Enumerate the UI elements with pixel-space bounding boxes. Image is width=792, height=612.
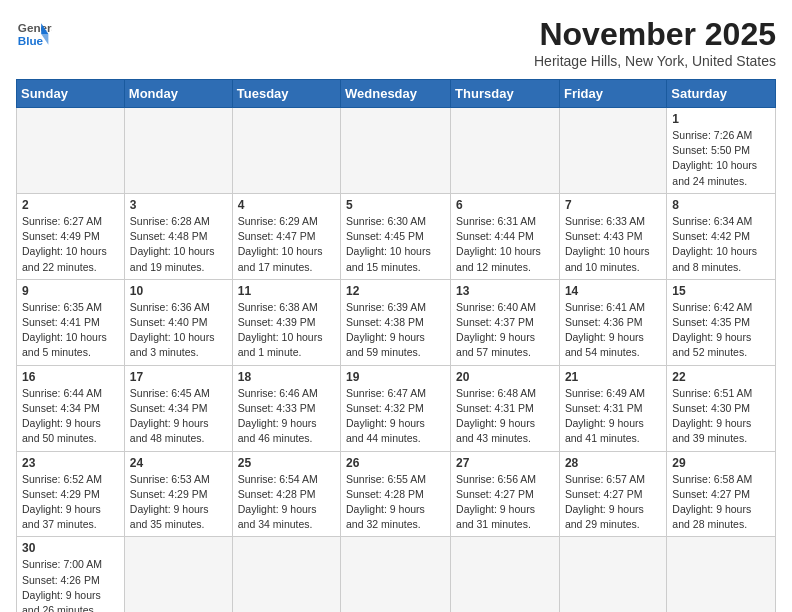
- month-title: November 2025: [534, 16, 776, 53]
- day-info: Sunrise: 6:39 AM Sunset: 4:38 PM Dayligh…: [346, 300, 445, 361]
- day-info: Sunrise: 6:29 AM Sunset: 4:47 PM Dayligh…: [238, 214, 335, 275]
- day-info: Sunrise: 6:31 AM Sunset: 4:44 PM Dayligh…: [456, 214, 554, 275]
- day-info: Sunrise: 7:00 AM Sunset: 4:26 PM Dayligh…: [22, 557, 119, 612]
- calendar-cell: [559, 537, 666, 612]
- col-header-saturday: Saturday: [667, 80, 776, 108]
- calendar-cell: 3Sunrise: 6:28 AM Sunset: 4:48 PM Daylig…: [124, 193, 232, 279]
- day-number: 23: [22, 456, 119, 470]
- logo: General Blue: [16, 16, 52, 52]
- day-info: Sunrise: 6:45 AM Sunset: 4:34 PM Dayligh…: [130, 386, 227, 447]
- day-number: 25: [238, 456, 335, 470]
- col-header-tuesday: Tuesday: [232, 80, 340, 108]
- calendar-cell: 4Sunrise: 6:29 AM Sunset: 4:47 PM Daylig…: [232, 193, 340, 279]
- calendar-cell: 19Sunrise: 6:47 AM Sunset: 4:32 PM Dayli…: [341, 365, 451, 451]
- calendar-cell: [451, 108, 560, 194]
- calendar-cell: [559, 108, 666, 194]
- day-info: Sunrise: 6:30 AM Sunset: 4:45 PM Dayligh…: [346, 214, 445, 275]
- day-number: 9: [22, 284, 119, 298]
- calendar-cell: 24Sunrise: 6:53 AM Sunset: 4:29 PM Dayli…: [124, 451, 232, 537]
- day-number: 24: [130, 456, 227, 470]
- day-number: 11: [238, 284, 335, 298]
- calendar-cell: [341, 108, 451, 194]
- day-number: 7: [565, 198, 661, 212]
- calendar-cell: [451, 537, 560, 612]
- col-header-thursday: Thursday: [451, 80, 560, 108]
- day-info: Sunrise: 6:44 AM Sunset: 4:34 PM Dayligh…: [22, 386, 119, 447]
- calendar-cell: 14Sunrise: 6:41 AM Sunset: 4:36 PM Dayli…: [559, 279, 666, 365]
- col-header-wednesday: Wednesday: [341, 80, 451, 108]
- calendar-cell: 16Sunrise: 6:44 AM Sunset: 4:34 PM Dayli…: [17, 365, 125, 451]
- col-header-monday: Monday: [124, 80, 232, 108]
- day-info: Sunrise: 6:52 AM Sunset: 4:29 PM Dayligh…: [22, 472, 119, 533]
- header: General Blue November 2025 Heritage Hill…: [16, 16, 776, 69]
- day-number: 28: [565, 456, 661, 470]
- day-info: Sunrise: 6:38 AM Sunset: 4:39 PM Dayligh…: [238, 300, 335, 361]
- calendar-cell: 18Sunrise: 6:46 AM Sunset: 4:33 PM Dayli…: [232, 365, 340, 451]
- calendar-cell: 1Sunrise: 7:26 AM Sunset: 5:50 PM Daylig…: [667, 108, 776, 194]
- calendar-week-row: 1Sunrise: 7:26 AM Sunset: 5:50 PM Daylig…: [17, 108, 776, 194]
- title-area: November 2025 Heritage Hills, New York, …: [534, 16, 776, 69]
- calendar-cell: 20Sunrise: 6:48 AM Sunset: 4:31 PM Dayli…: [451, 365, 560, 451]
- calendar-cell: 9Sunrise: 6:35 AM Sunset: 4:41 PM Daylig…: [17, 279, 125, 365]
- calendar-cell: [17, 108, 125, 194]
- day-info: Sunrise: 6:47 AM Sunset: 4:32 PM Dayligh…: [346, 386, 445, 447]
- day-number: 18: [238, 370, 335, 384]
- day-number: 27: [456, 456, 554, 470]
- calendar-cell: [124, 108, 232, 194]
- day-info: Sunrise: 6:51 AM Sunset: 4:30 PM Dayligh…: [672, 386, 770, 447]
- day-info: Sunrise: 6:54 AM Sunset: 4:28 PM Dayligh…: [238, 472, 335, 533]
- calendar-cell: [124, 537, 232, 612]
- svg-text:Blue: Blue: [18, 34, 44, 47]
- calendar-cell: 29Sunrise: 6:58 AM Sunset: 4:27 PM Dayli…: [667, 451, 776, 537]
- day-number: 17: [130, 370, 227, 384]
- day-number: 19: [346, 370, 445, 384]
- calendar-cell: 21Sunrise: 6:49 AM Sunset: 4:31 PM Dayli…: [559, 365, 666, 451]
- day-number: 1: [672, 112, 770, 126]
- day-number: 2: [22, 198, 119, 212]
- col-header-friday: Friday: [559, 80, 666, 108]
- day-number: 8: [672, 198, 770, 212]
- calendar-cell: 30Sunrise: 7:00 AM Sunset: 4:26 PM Dayli…: [17, 537, 125, 612]
- day-number: 5: [346, 198, 445, 212]
- calendar-cell: 26Sunrise: 6:55 AM Sunset: 4:28 PM Dayli…: [341, 451, 451, 537]
- day-number: 29: [672, 456, 770, 470]
- calendar-cell: 6Sunrise: 6:31 AM Sunset: 4:44 PM Daylig…: [451, 193, 560, 279]
- calendar-cell: 23Sunrise: 6:52 AM Sunset: 4:29 PM Dayli…: [17, 451, 125, 537]
- day-info: Sunrise: 6:58 AM Sunset: 4:27 PM Dayligh…: [672, 472, 770, 533]
- day-info: Sunrise: 6:28 AM Sunset: 4:48 PM Dayligh…: [130, 214, 227, 275]
- day-number: 22: [672, 370, 770, 384]
- day-number: 12: [346, 284, 445, 298]
- calendar: SundayMondayTuesdayWednesdayThursdayFrid…: [16, 79, 776, 612]
- col-header-sunday: Sunday: [17, 80, 125, 108]
- calendar-cell: 22Sunrise: 6:51 AM Sunset: 4:30 PM Dayli…: [667, 365, 776, 451]
- calendar-week-row: 2Sunrise: 6:27 AM Sunset: 4:49 PM Daylig…: [17, 193, 776, 279]
- day-number: 30: [22, 541, 119, 555]
- day-info: Sunrise: 6:35 AM Sunset: 4:41 PM Dayligh…: [22, 300, 119, 361]
- calendar-week-row: 23Sunrise: 6:52 AM Sunset: 4:29 PM Dayli…: [17, 451, 776, 537]
- calendar-cell: [341, 537, 451, 612]
- day-number: 15: [672, 284, 770, 298]
- calendar-cell: 28Sunrise: 6:57 AM Sunset: 4:27 PM Dayli…: [559, 451, 666, 537]
- day-number: 16: [22, 370, 119, 384]
- day-info: Sunrise: 7:26 AM Sunset: 5:50 PM Dayligh…: [672, 128, 770, 189]
- day-number: 6: [456, 198, 554, 212]
- day-number: 20: [456, 370, 554, 384]
- day-number: 26: [346, 456, 445, 470]
- calendar-cell: 2Sunrise: 6:27 AM Sunset: 4:49 PM Daylig…: [17, 193, 125, 279]
- calendar-cell: 27Sunrise: 6:56 AM Sunset: 4:27 PM Dayli…: [451, 451, 560, 537]
- calendar-cell: 10Sunrise: 6:36 AM Sunset: 4:40 PM Dayli…: [124, 279, 232, 365]
- day-info: Sunrise: 6:27 AM Sunset: 4:49 PM Dayligh…: [22, 214, 119, 275]
- day-number: 14: [565, 284, 661, 298]
- day-info: Sunrise: 6:36 AM Sunset: 4:40 PM Dayligh…: [130, 300, 227, 361]
- day-info: Sunrise: 6:46 AM Sunset: 4:33 PM Dayligh…: [238, 386, 335, 447]
- calendar-cell: 15Sunrise: 6:42 AM Sunset: 4:35 PM Dayli…: [667, 279, 776, 365]
- calendar-week-row: 16Sunrise: 6:44 AM Sunset: 4:34 PM Dayli…: [17, 365, 776, 451]
- day-number: 3: [130, 198, 227, 212]
- calendar-cell: 5Sunrise: 6:30 AM Sunset: 4:45 PM Daylig…: [341, 193, 451, 279]
- calendar-week-row: 30Sunrise: 7:00 AM Sunset: 4:26 PM Dayli…: [17, 537, 776, 612]
- calendar-header-row: SundayMondayTuesdayWednesdayThursdayFrid…: [17, 80, 776, 108]
- day-number: 10: [130, 284, 227, 298]
- day-info: Sunrise: 6:57 AM Sunset: 4:27 PM Dayligh…: [565, 472, 661, 533]
- calendar-cell: 8Sunrise: 6:34 AM Sunset: 4:42 PM Daylig…: [667, 193, 776, 279]
- calendar-cell: 13Sunrise: 6:40 AM Sunset: 4:37 PM Dayli…: [451, 279, 560, 365]
